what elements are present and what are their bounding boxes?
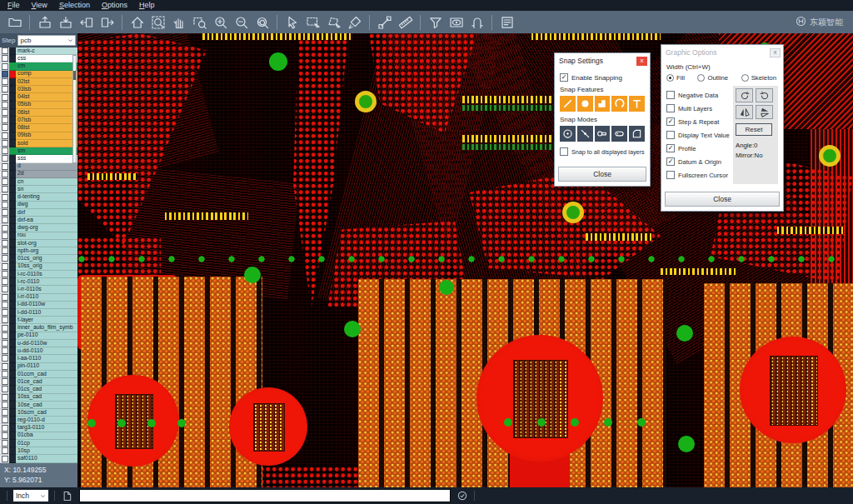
layer-row-i-dd-0110w[interactable]: i-dd-0110w	[0, 302, 77, 309]
layer-checkbox[interactable]	[0, 163, 9, 171]
home-icon[interactable]	[127, 12, 147, 32]
layer-checkbox[interactable]	[0, 278, 9, 286]
layer-checkbox[interactable]	[0, 394, 9, 402]
paint-brush-icon[interactable]	[344, 12, 365, 32]
layer-row-i-rr-0110[interactable]: i-rr-0110	[0, 294, 77, 302]
layer-checkbox[interactable]	[0, 324, 9, 332]
layer-row-10se_cad[interactable]: 10se_cad	[0, 402, 77, 409]
layer-checkbox[interactable]	[0, 340, 9, 347]
snap-pad-icon[interactable]	[577, 96, 593, 112]
snap-close-button[interactable]: Close	[558, 167, 646, 182]
layer-checkbox[interactable]	[0, 371, 9, 378]
snap-arc-icon[interactable]	[611, 96, 627, 112]
snap-icon[interactable]	[466, 12, 487, 32]
layer-checkbox[interactable]	[0, 147, 9, 155]
menu-selection[interactable]: Selection	[53, 0, 96, 11]
layer-row-01ccm_cad[interactable]: 01ccm_cad	[0, 371, 77, 378]
layer-row-05lsb[interactable]: 05lsb	[0, 102, 77, 109]
layer-row-01ce_cad[interactable]: 01ce_cad	[0, 378, 77, 386]
layer-checkbox[interactable]	[0, 132, 9, 140]
layer-row-i-aa-0110[interactable]: i-aa-0110	[0, 355, 77, 362]
layer-checkbox[interactable]	[0, 317, 9, 324]
snap-on-element-icon[interactable]	[577, 126, 593, 142]
checkbox-profile[interactable]: ✓Profile	[666, 144, 730, 152]
apply-icon[interactable]	[456, 490, 468, 502]
layer-checkbox[interactable]	[0, 271, 9, 278]
layer-row-reg-0110-d[interactable]: reg-0110-d	[0, 417, 77, 424]
layer-row-sn[interactable]: sn	[0, 186, 77, 193]
layer-row-10sp[interactable]: 10sp	[0, 447, 77, 455]
layer-checkbox[interactable]	[0, 347, 9, 355]
layer-checkbox[interactable]	[0, 202, 9, 209]
layer-row-u-dd-0110[interactable]: u-dd-0110	[0, 347, 77, 355]
layer-checkbox[interactable]	[0, 332, 9, 340]
layer-row-targ3-0110[interactable]: targ3-0110	[0, 424, 77, 432]
menu-help[interactable]: Help	[133, 0, 161, 11]
layer-checkbox[interactable]	[0, 424, 9, 432]
layer-row-i-dd-0110[interactable]: i-dd-0110	[0, 309, 77, 317]
layer-row-cm[interactable]: cm	[0, 62, 77, 70]
pan-icon[interactable]	[168, 12, 189, 32]
open-project-icon[interactable]	[4, 12, 25, 32]
layer-checkbox[interactable]	[0, 109, 9, 117]
scrollbar-thumb[interactable]	[73, 71, 76, 80]
layer-checkbox[interactable]	[0, 178, 9, 186]
layer-row-01cba[interactable]: 01cba	[0, 432, 77, 440]
layer-row-2d[interactable]: 2d	[0, 171, 77, 178]
layer-checkbox[interactable]	[0, 117, 9, 124]
snap-pad-mode-icon[interactable]	[595, 126, 611, 142]
layer-row-04lst[interactable]: 04lst	[0, 93, 77, 101]
layer-row-10ss_orig[interactable]: 10ss_orig	[0, 263, 77, 271]
snap-all-layers-checkbox[interactable]: Snap to all displayed layers	[560, 147, 645, 156]
layer-row-02lst[interactable]: 02lst	[0, 78, 77, 86]
layer-row-sold[interactable]: sold	[0, 140, 77, 147]
layer-row-d-tenting[interactable]: d-tenting	[0, 193, 77, 201]
reset-button[interactable]: Reset	[736, 123, 772, 136]
graphic-close-button[interactable]: Close	[665, 192, 780, 207]
snap-slot-icon[interactable]	[611, 126, 627, 142]
layer-checkbox[interactable]	[0, 102, 9, 109]
layer-checkbox[interactable]	[0, 171, 9, 178]
layer-checkbox[interactable]	[0, 232, 9, 240]
filter-icon[interactable]	[425, 12, 446, 32]
layer-checkbox[interactable]	[0, 386, 9, 393]
snap-profile-icon[interactable]	[629, 126, 645, 142]
layer-checkbox[interactable]	[0, 355, 9, 362]
mirror-vertical-button[interactable]	[756, 105, 773, 119]
checkbox-display-text-value[interactable]: Display Text Value	[666, 131, 730, 139]
layer-row-10ss_cad[interactable]: 10ss_cad	[0, 394, 77, 402]
menu-file[interactable]: File	[2, 0, 26, 11]
layer-row-saf0110[interactable]: saf0110	[0, 455, 77, 462]
layer-row-css[interactable]: css	[0, 55, 77, 62]
layer-checkbox[interactable]	[0, 47, 9, 55]
zoom-window-icon[interactable]	[189, 12, 210, 32]
checkbox-negative-data[interactable]: Negative Data	[666, 91, 730, 99]
snap-line-icon[interactable]	[560, 96, 576, 112]
mirror-horizontal-button[interactable]	[736, 105, 753, 119]
layer-checkbox[interactable]	[0, 124, 9, 132]
layer-row-03lsb[interactable]: 03lsb	[0, 86, 77, 93]
layer-row-01cs_cad[interactable]: 01cs_cad	[0, 386, 77, 393]
layer-row-i-rr-0110s[interactable]: i-rr-0110s	[0, 286, 77, 293]
layer-checkbox[interactable]	[0, 186, 9, 193]
step-select[interactable]: pcb	[17, 35, 76, 46]
layer-row-u-dd-0110w[interactable]: u-dd-0110w	[0, 340, 77, 347]
layer-checkbox[interactable]	[0, 417, 9, 424]
layer-row-08lst[interactable]: 08lst	[0, 124, 77, 132]
layer-row-comp[interactable]: comp	[0, 71, 77, 78]
layer-checkbox[interactable]	[0, 440, 9, 447]
snap-center-icon[interactable]	[560, 126, 576, 142]
enable-snapping-checkbox[interactable]: ✓ Enable Snapping	[560, 73, 645, 82]
layer-row-i-rc-0110[interactable]: i-rc-0110	[0, 278, 77, 286]
layer-row-01cp[interactable]: 01cp	[0, 440, 77, 447]
layer-checkbox[interactable]	[0, 71, 9, 78]
layer-row-f-layer[interactable]: f-layer	[0, 317, 77, 324]
select-rect-icon[interactable]	[302, 12, 323, 32]
select-pointer-icon[interactable]	[282, 12, 302, 32]
close-icon[interactable]: x	[770, 48, 781, 57]
layer-checkbox[interactable]	[0, 140, 9, 147]
radio-fill[interactable]: Fill	[666, 74, 685, 82]
radio-skeleton[interactable]: Skeleton	[741, 74, 776, 82]
layer-row-inner_auto_film_symb[interactable]: inner_auto_film_symb	[0, 324, 77, 332]
layer-manager-icon[interactable]	[496, 12, 517, 32]
